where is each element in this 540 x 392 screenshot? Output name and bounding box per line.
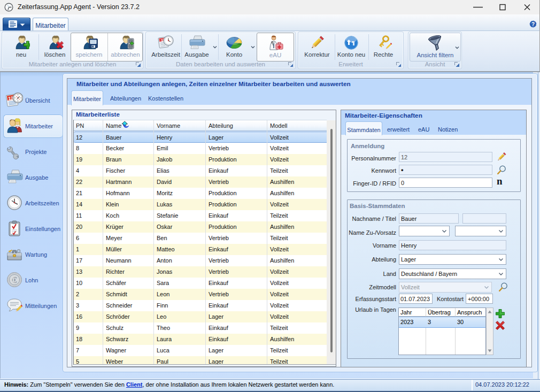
svg-text:?: ? (531, 21, 535, 27)
svg-text:€: € (12, 275, 17, 285)
